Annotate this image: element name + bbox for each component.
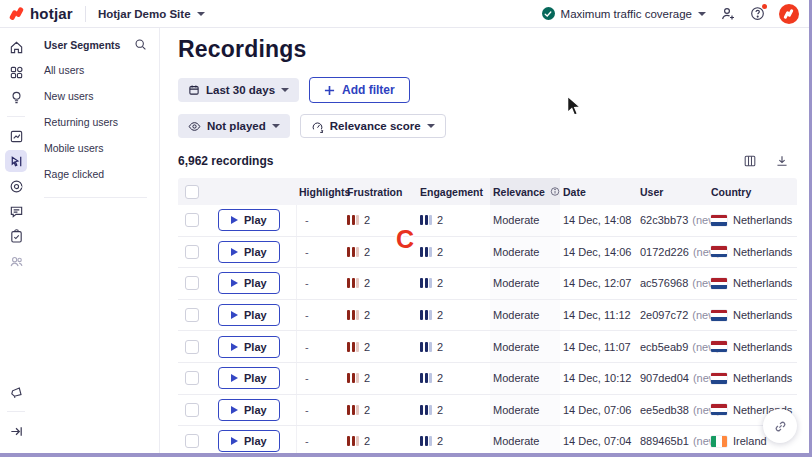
row-checkbox[interactable]: [185, 340, 199, 354]
link-icon: [773, 419, 788, 434]
invite-user-button[interactable]: [720, 6, 736, 22]
manage-columns-icon[interactable]: [743, 154, 757, 168]
play-icon: [231, 406, 238, 414]
country-flag-icon: [711, 373, 727, 384]
highlights-value: -: [296, 205, 344, 236]
country-name: Netherlands: [733, 309, 792, 321]
col-highlights[interactable]: Highlights: [296, 186, 344, 198]
main-content: Recordings Last 30 days Add filter Not p…: [160, 28, 809, 453]
row-checkbox[interactable]: [185, 403, 199, 417]
segment-returning-users[interactable]: Returning users: [44, 109, 159, 135]
nav-interviews-icon[interactable]: [5, 250, 27, 272]
play-button[interactable]: Play: [218, 209, 280, 231]
search-icon[interactable]: [134, 38, 147, 51]
account-avatar[interactable]: [779, 4, 799, 24]
row-checkbox[interactable]: [185, 308, 199, 322]
col-engagement[interactable]: Engagement: [417, 186, 490, 198]
user-id[interactable]: ee5edb38: [640, 404, 689, 416]
frustration-score: 2: [364, 404, 370, 416]
play-button-label: Play: [244, 309, 267, 321]
date-range-filter[interactable]: Last 30 days: [178, 78, 299, 102]
row-checkbox[interactable]: [185, 371, 199, 385]
segment-all-users[interactable]: All users: [44, 57, 159, 83]
nav-recordings-icon[interactable]: [5, 150, 27, 172]
highlights-value: -: [296, 268, 344, 299]
play-button[interactable]: Play: [218, 367, 280, 389]
col-user[interactable]: User: [637, 186, 708, 198]
traffic-coverage-dropdown[interactable]: Maximum traffic coverage: [542, 7, 706, 20]
table-body: Play - 2 2 Moderate 14 Dec, 14:08 62c3bb…: [178, 205, 797, 457]
user-id[interactable]: ecb5eab9: [640, 341, 688, 353]
date-value: 14 Dec, 14:08: [560, 214, 637, 226]
frustration-bars-icon: [347, 247, 359, 257]
share-link-button[interactable]: [763, 409, 797, 443]
play-button[interactable]: Play: [218, 399, 280, 421]
nav-dashboards-icon[interactable]: [5, 61, 27, 83]
user-id[interactable]: 907ded04: [640, 372, 689, 384]
nav-heatmaps-icon[interactable]: [5, 175, 27, 197]
row-checkbox[interactable]: [185, 245, 199, 259]
recordings-count: 6,962 recordings: [178, 154, 273, 168]
divider: [7, 411, 25, 412]
relevance-value: Moderate: [490, 395, 560, 426]
notification-dot: [762, 4, 767, 9]
play-button[interactable]: Play: [218, 430, 280, 452]
site-selector[interactable]: Hotjar Demo Site: [98, 8, 205, 20]
table-row: Play - 2 2 Moderate 14 Dec, 11:07 ecb5ea…: [178, 331, 797, 363]
nav-trends-icon[interactable]: [5, 125, 27, 147]
frustration-bars-icon: [347, 373, 359, 383]
add-filter-label: Add filter: [342, 83, 395, 97]
nav-insights-icon[interactable]: [5, 86, 27, 108]
engagement-score: 2: [437, 435, 443, 447]
frustration-score: 2: [364, 214, 370, 226]
nav-home-icon[interactable]: [5, 36, 27, 58]
date-value: 14 Dec, 10:12: [560, 372, 637, 384]
sort-filter[interactable]: Relevance score: [300, 114, 446, 138]
segment-new-users[interactable]: New users: [44, 83, 159, 109]
user-id[interactable]: 0172d226: [640, 246, 689, 258]
nav-surveys-icon[interactable]: [5, 225, 27, 247]
date-value: 14 Dec, 07:04: [560, 435, 637, 447]
highlights-value: -: [296, 237, 344, 268]
play-button[interactable]: Play: [218, 272, 280, 294]
relevance-value: Moderate: [490, 331, 560, 362]
row-checkbox[interactable]: [185, 213, 199, 227]
play-button[interactable]: Play: [218, 241, 280, 263]
frustration-score: 2: [364, 309, 370, 321]
segment-mobile-users[interactable]: Mobile users: [44, 135, 159, 161]
play-icon: [231, 343, 238, 351]
played-filter[interactable]: Not played: [178, 114, 290, 138]
table-row: Play - 2 2 Moderate 14 Dec, 12:07 ac5769…: [178, 268, 797, 300]
segment-rage-clicked[interactable]: Rage clicked: [44, 161, 159, 187]
highlights-value: -: [296, 395, 344, 426]
user-id[interactable]: 2e097c72: [640, 309, 688, 321]
play-icon: [231, 279, 238, 287]
row-checkbox[interactable]: [185, 276, 199, 290]
col-frustration[interactable]: Frustration: [344, 186, 417, 198]
col-relevance[interactable]: Relevance: [490, 178, 560, 205]
play-button[interactable]: Play: [218, 336, 280, 358]
user-id[interactable]: 889465b1: [640, 435, 689, 447]
whats-new-icon[interactable]: [5, 381, 27, 403]
col-country[interactable]: Country: [708, 186, 797, 198]
col-date[interactable]: Date: [560, 186, 637, 198]
country-flag-icon: [711, 310, 727, 321]
select-all-checkbox[interactable]: [185, 185, 199, 199]
play-icon: [231, 437, 238, 445]
expand-sidebar-icon[interactable]: [5, 420, 27, 442]
help-button[interactable]: [750, 6, 765, 21]
frustration-bars-icon: [347, 342, 359, 352]
frustration-bars-icon: [347, 278, 359, 288]
sort-filter-label: Relevance score: [330, 120, 421, 132]
row-checkbox[interactable]: [185, 434, 199, 448]
date-value: 14 Dec, 07:06: [560, 404, 637, 416]
nav-feedback-icon[interactable]: [5, 200, 27, 222]
add-filter-button[interactable]: Add filter: [309, 77, 410, 103]
user-id[interactable]: ac576968: [640, 277, 688, 289]
engagement-score: 2: [437, 341, 443, 353]
user-id[interactable]: 62c3bb73: [640, 214, 688, 226]
hotjar-app-window: hotjar Hotjar Demo Site Maximum traffic …: [0, 0, 812, 457]
hotjar-logo[interactable]: hotjar: [10, 5, 73, 22]
play-button[interactable]: Play: [218, 304, 280, 326]
download-icon[interactable]: [775, 154, 789, 168]
